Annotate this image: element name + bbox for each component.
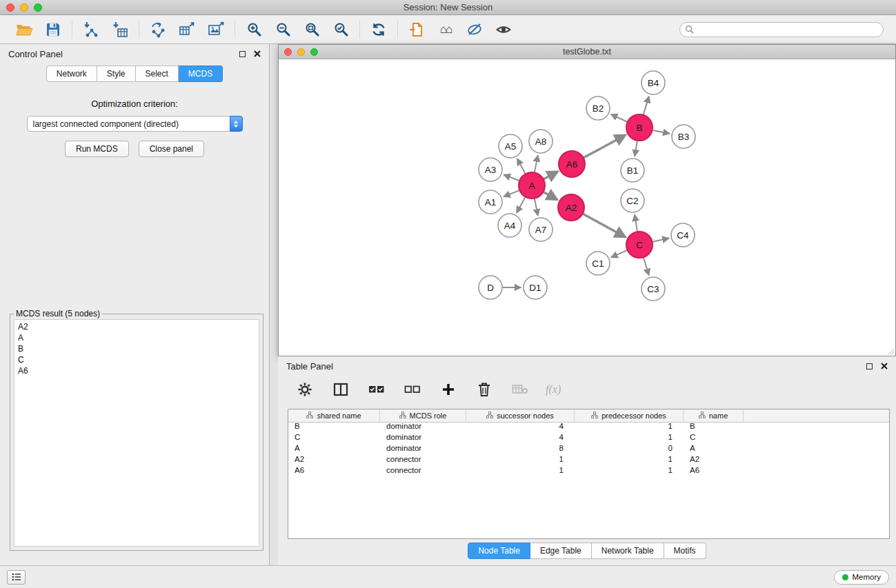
network-node-A3[interactable]: A3 [479, 158, 502, 181]
network-edge-A-A8[interactable] [535, 156, 538, 172]
network-canvas[interactable]: B4B2BB3A5A8A6A3B1AC2A1A2A4A7C4CC1DD1C3 [279, 59, 895, 356]
tab-motifs[interactable]: Motifs [664, 543, 706, 559]
search-field[interactable] [679, 22, 884, 37]
network-edge-C-C2[interactable] [635, 215, 637, 232]
function-builder-icon[interactable]: f(x) [546, 383, 561, 396]
network-node-A[interactable]: A [519, 172, 545, 199]
tab-network-table[interactable]: Network Table [592, 543, 664, 559]
tab-select[interactable]: Select [136, 65, 179, 82]
network-node-C3[interactable]: C3 [641, 277, 665, 301]
network-node-C4[interactable]: C4 [671, 223, 695, 247]
table-cell[interactable]: C [684, 432, 744, 443]
duplicate-document-icon[interactable] [406, 19, 427, 40]
table-cell[interactable]: C [288, 432, 380, 443]
network-edge-A-A1[interactable] [504, 190, 519, 196]
table-cell[interactable]: B [288, 420, 380, 432]
table-cell[interactable]: A6 [684, 465, 744, 476]
network-close-icon[interactable] [284, 48, 292, 56]
table-cell[interactable]: A2 [288, 454, 380, 465]
network-node-A7[interactable]: A7 [529, 218, 552, 241]
network-edge-B-B3[interactable] [653, 130, 670, 134]
float-table-panel-icon[interactable] [866, 363, 873, 369]
network-zoom-icon[interactable] [310, 48, 318, 56]
export-network-icon[interactable] [148, 19, 168, 40]
table-cell[interactable]: dominator [380, 443, 466, 454]
network-node-A1[interactable]: A1 [479, 190, 502, 214]
network-node-D1[interactable]: D1 [524, 276, 547, 299]
network-edge-A-A6[interactable] [544, 172, 558, 179]
deselect-all-rows-icon[interactable] [402, 379, 423, 400]
close-panel-icon[interactable] [254, 50, 261, 57]
criterion-dropdown[interactable]: largest connected component (directed) [27, 116, 243, 132]
network-edge-A-A5[interactable] [517, 159, 525, 173]
table-cell[interactable]: 1 [575, 432, 684, 443]
network-node-B3[interactable]: B3 [672, 125, 695, 148]
result-item[interactable]: B [18, 343, 255, 354]
result-item[interactable]: C [18, 354, 255, 365]
network-node-B2[interactable]: B2 [586, 97, 610, 120]
delete-table-icon[interactable] [510, 379, 530, 400]
table-cell[interactable]: 1 [575, 465, 684, 476]
table-cell[interactable]: dominator [380, 432, 466, 443]
resize-handle-icon[interactable] [886, 347, 895, 355]
hide-graphics-icon[interactable] [464, 19, 485, 40]
zoom-fit-icon[interactable] [301, 19, 322, 40]
network-edge-A-A7[interactable] [535, 199, 538, 216]
table-cell[interactable]: 1 [575, 454, 684, 465]
network-edge-A-A4[interactable] [517, 198, 525, 213]
zoom-out-icon[interactable] [272, 19, 293, 40]
export-image-icon[interactable] [206, 19, 226, 40]
network-node-C1[interactable]: C1 [586, 252, 610, 275]
close-table-panel-icon[interactable] [881, 363, 888, 369]
minimize-window-icon[interactable] [20, 3, 28, 12]
add-column-icon[interactable] [438, 379, 459, 400]
network-node-C[interactable]: C [626, 232, 653, 258]
table-settings-gear-icon[interactable] [295, 379, 315, 400]
network-node-B1[interactable]: B1 [621, 159, 644, 182]
table-cell[interactable]: 4 [466, 432, 575, 443]
network-node-B[interactable]: B [626, 114, 653, 141]
network-edge-A-A3[interactable] [504, 175, 519, 181]
network-window-titlebar[interactable]: testGlobe.txt [279, 45, 895, 59]
result-item[interactable]: A6 [18, 365, 255, 376]
network-node-A5[interactable]: A5 [499, 134, 522, 158]
table-cell[interactable]: A [684, 443, 744, 454]
task-history-button[interactable] [7, 570, 26, 585]
memory-button[interactable]: Memory [834, 570, 889, 585]
network-node-C2[interactable]: C2 [621, 189, 644, 212]
network-node-A6[interactable]: A6 [559, 151, 585, 177]
import-network-icon[interactable] [81, 19, 101, 40]
network-node-D[interactable]: D [479, 276, 502, 299]
search-input[interactable] [697, 25, 878, 34]
network-edge-B-B4[interactable] [644, 97, 649, 114]
tab-node-table[interactable]: Node Table [468, 543, 530, 559]
table-cell[interactable]: connector [380, 465, 466, 476]
show-columns-icon[interactable] [330, 379, 351, 400]
network-edge-A6-B[interactable] [584, 135, 626, 158]
mcds-result-list[interactable]: A2ABCA6 [14, 319, 259, 547]
network-edge-C-C3[interactable] [644, 258, 649, 275]
eye-icon[interactable] [493, 19, 514, 40]
open-session-icon[interactable] [14, 19, 34, 40]
network-edge-B-B1[interactable] [635, 141, 637, 156]
network-edge-C-C4[interactable] [653, 239, 669, 242]
network-edge-A-A2[interactable] [544, 192, 557, 200]
home-networks-icon[interactable]: ⌂⌂ [435, 19, 456, 40]
zoom-selected-icon[interactable] [330, 19, 351, 40]
table-cell[interactable]: A2 [684, 454, 744, 465]
close-panel-button[interactable]: Close panel [139, 141, 204, 157]
select-all-rows-icon[interactable] [366, 379, 387, 400]
delete-column-icon[interactable] [474, 379, 495, 400]
table-cell[interactable]: A6 [288, 465, 380, 476]
table-cell[interactable]: 4 [466, 420, 575, 432]
network-node-B4[interactable]: B4 [641, 71, 665, 94]
tab-edge-table[interactable]: Edge Table [530, 543, 592, 559]
zoom-in-icon[interactable] [243, 19, 264, 40]
network-node-A4[interactable]: A4 [498, 214, 521, 237]
refresh-layout-icon[interactable] [368, 19, 389, 40]
import-table-icon[interactable] [110, 19, 130, 40]
result-item[interactable]: A [18, 332, 255, 343]
network-edge-A2-C[interactable] [584, 214, 626, 237]
tab-style[interactable]: Style [97, 65, 136, 82]
network-minimize-icon[interactable] [297, 48, 305, 56]
